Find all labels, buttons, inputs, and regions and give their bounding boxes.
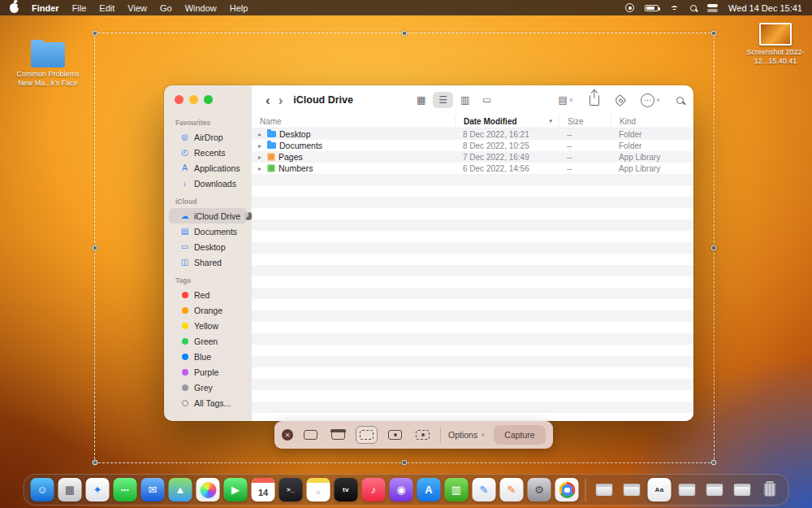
dock-trash-icon[interactable] [758,478,782,501]
column-header-kind[interactable]: Kind [611,115,693,128]
dock-notes-icon[interactable]: ≡ [307,478,330,501]
options-button[interactable]: Options∨ [448,430,485,440]
file-row-pages[interactable]: ▸Pages7 Dec 2022, 16:49--App Library [252,151,693,163]
sidebar-item-green[interactable]: Green [169,333,247,349]
menu-edit[interactable]: Edit [99,3,114,13]
selection-handle-s[interactable] [402,460,408,466]
forward-button[interactable]: › [274,93,287,107]
screen-record-icon[interactable] [625,3,634,12]
disclosure-triangle-icon[interactable]: ▸ [258,131,264,138]
menu-bar-clock[interactable]: Wed 14 Dec 15:41 [728,3,802,13]
dock-minimized-window-1-icon[interactable] [593,478,616,501]
sidebar-item-orange[interactable]: Orange [169,302,247,318]
active-app-name[interactable]: Finder [32,3,59,13]
more-actions-icon[interactable]: ⋯∨ [641,93,660,107]
dock-calendar-icon[interactable]: 14 [252,478,275,501]
sidebar-item-purple[interactable]: Purple [169,364,247,380]
sidebar-item-all-tags[interactable]: All Tags... [169,395,247,410]
capture-window-button[interactable] [328,427,348,443]
sidebar-item-icloud-drive[interactable]: ☁iCloud Drive [169,208,247,224]
sidebar-item-downloads[interactable]: ↓Downloads [169,176,247,191]
close-screenshot-toolbar-button[interactable]: ✕ [282,429,293,441]
dock-podcasts-icon[interactable]: ◉ [390,478,413,501]
sidebar-item-documents[interactable]: ▤Documents [169,224,247,239]
dock-messages-icon[interactable]: ••• [114,478,137,501]
dock-keynote-icon[interactable]: ✎ [473,478,496,501]
sidebar-item-blue[interactable]: Blue [169,349,247,364]
capture-entire-screen-button[interactable] [300,427,321,443]
group-by-icon[interactable]: ▤∨ [558,95,572,105]
menu-window[interactable]: Window [185,3,217,13]
desktop-screenshot-file[interactable]: Screenshot 2022-12...15.40.41 [742,23,809,67]
column-view-icon[interactable]: ▥ [455,92,475,108]
selection-handle-sw[interactable] [93,460,98,466]
capture-selection-button[interactable] [356,426,378,444]
dock-terminal-icon[interactable]: >_ [279,478,303,501]
zoom-window-button[interactable] [204,95,213,104]
dock-photos-icon[interactable] [197,478,220,501]
battery-icon[interactable] [645,5,659,11]
desktop-folder-common-problems[interactable]: Common Problems New Ma...k's Face [12,42,84,89]
sidebar-item-grey[interactable]: Grey [169,380,247,395]
dock-launchpad-icon[interactable]: ▦ [58,478,82,501]
grid-view-icon[interactable]: ▦ [411,92,431,108]
dock-music-icon[interactable]: ♪ [362,478,386,501]
selection-handle-w[interactable] [93,245,98,251]
selection-handle-e[interactable] [711,245,717,251]
sidebar-item-shared[interactable]: ◫Shared [169,254,247,270]
dock-font-book-icon[interactable]: Aa [648,478,672,501]
record-entire-screen-button[interactable] [385,427,405,443]
minimize-window-button[interactable] [189,95,198,104]
dock-minimized-window-4-icon[interactable] [703,478,727,501]
dock-app-store-icon[interactable]: A [417,478,441,501]
menu-view[interactable]: View [127,3,147,13]
dock-mail-icon[interactable]: ✉ [141,478,165,501]
selection-handle-nw[interactable] [93,31,98,37]
menu-help[interactable]: Help [230,3,248,13]
dock-minimized-window-5-icon[interactable] [731,478,754,501]
file-row-desktop[interactable]: ▸Desktop8 Dec 2022, 16:21--Folder [252,128,693,140]
dock-tv-icon[interactable]: tv [335,478,358,501]
apple-menu-icon[interactable] [10,3,19,13]
selection-handle-ne[interactable] [711,31,717,37]
back-button[interactable]: ‹ [261,93,274,107]
column-header-date-modified[interactable]: Date Modified▾ [455,115,559,128]
control-center-icon[interactable] [707,4,718,12]
menu-file[interactable]: File [72,3,87,13]
dock-maps-icon[interactable]: ▲ [169,478,192,501]
disclosure-triangle-icon[interactable]: ▸ [258,154,264,161]
dock-numbers-icon[interactable]: ▥ [445,478,469,501]
file-row-numbers[interactable]: ▸Numbers6 Dec 2022, 14:56--App Library [252,163,693,174]
record-selection-button[interactable] [412,427,433,443]
close-window-button[interactable] [175,95,184,104]
search-icon[interactable] [676,97,684,104]
tags-icon[interactable] [615,96,624,105]
sidebar-item-airdrop[interactable]: ◎AirDrop [169,129,247,145]
dock-finder-icon[interactable]: ☺ [31,478,54,501]
dock-safari-icon[interactable]: ✦ [86,478,110,501]
list-view-icon[interactable]: ☰ [433,92,453,108]
dock-minimized-window-2-icon[interactable] [620,478,644,501]
dock-minimized-window-3-icon[interactable] [676,478,699,501]
file-row-documents[interactable]: ▸Documents8 Dec 2022, 10:25--Folder [252,140,693,151]
sidebar-item-recents[interactable]: ◴Recents [169,145,247,160]
selection-handle-se[interactable] [711,460,717,466]
sidebar-item-yellow[interactable]: Yellow [169,318,247,333]
spotlight-icon[interactable] [690,5,697,11]
selection-handle-n[interactable] [402,31,408,37]
gallery-view-icon[interactable]: ▭ [477,92,497,108]
dock-chrome-icon[interactable] [555,478,579,501]
capture-button[interactable]: Capture [494,425,545,445]
dock-system-settings-icon[interactable]: ⚙ [528,478,551,501]
sidebar-item-applications[interactable]: AApplications [169,160,247,176]
sidebar-item-desktop[interactable]: ▭Desktop [169,239,247,254]
menu-go[interactable]: Go [160,3,172,13]
column-header-name[interactable]: Name [252,115,455,128]
sidebar-item-red[interactable]: Red [169,287,247,302]
disclosure-triangle-icon[interactable]: ▸ [258,165,264,172]
disclosure-triangle-icon[interactable]: ▸ [258,142,264,150]
dock-pages-icon[interactable]: ✎ [500,478,524,501]
share-icon[interactable] [590,95,599,106]
dock-facetime-icon[interactable]: ▶ [224,478,248,501]
column-header-size[interactable]: Size [559,115,611,128]
